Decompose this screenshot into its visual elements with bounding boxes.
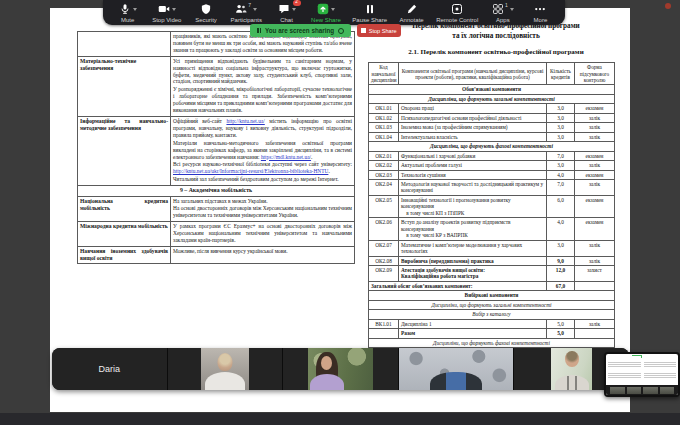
- table-cell: Дисципліни, що формують фахові компетент…: [369, 142, 615, 151]
- toolbar-apps-button[interactable]: 1Apps: [490, 3, 516, 23]
- chevron-down-icon[interactable]: [292, 8, 296, 11]
- components-table-row: ОК2.05Інноваційні технології і прогнозув…: [369, 195, 615, 217]
- video-tile-2[interactable]: [168, 348, 284, 390]
- left-table-row: Інформаційне та навчально-методичне забе…: [78, 116, 355, 185]
- row-label-cell: Навчання іноземних здобувачів вищої осві…: [78, 246, 171, 263]
- table-cell: ОК2.05: [369, 195, 399, 217]
- row-text-cell: На загальних підставах в межах України.Н…: [171, 196, 355, 222]
- components-table-row: ОК2.06Вступ до аналізу проектів розвитку…: [369, 218, 615, 240]
- people-icon: 7: [235, 3, 257, 16]
- components-table-row: ОК1.02Психологопедагогічні основи профес…: [369, 113, 615, 122]
- table-cell: 5,0: [547, 329, 575, 338]
- components-table-row: ОК2.07Математичне і комп’ютерне моделюва…: [369, 240, 615, 256]
- toolbar-label: Apps: [496, 17, 510, 23]
- participant-name: Daria: [99, 364, 121, 374]
- video-tile-4[interactable]: [399, 348, 515, 390]
- document-text: .: [311, 154, 312, 160]
- video-tile-daria[interactable]: Daria: [52, 348, 168, 390]
- toolbar-security-button[interactable]: Security: [193, 3, 219, 23]
- participant-video: [308, 348, 373, 390]
- left-table-row: Національна кредитна мобільністьНа загал…: [78, 196, 355, 222]
- table-cell: екзамен: [575, 151, 615, 160]
- toolbar-participants-button[interactable]: 7Participants: [231, 3, 262, 23]
- document-link[interactable]: https://mdl.kntu.net.ua/: [261, 154, 311, 160]
- document-link[interactable]: http://kntu.net.ua/ukr/Informacijni-resu…: [173, 168, 328, 174]
- video-tile-3[interactable]: [283, 348, 399, 390]
- table-cell: Обов’язкові компоненти: [369, 85, 615, 94]
- screen-sharing-banner[interactable]: You are screen sharing: [250, 24, 351, 37]
- section-subtitle: 2.1. Перелік компонент освітньо-професій…: [365, 48, 627, 56]
- table-cell: ВК1.01: [369, 319, 399, 328]
- apps-icon: 1: [492, 3, 514, 16]
- chevron-down-icon[interactable]: [253, 8, 257, 11]
- share-icon: [317, 3, 335, 16]
- table-cell: Дисципліни, що формують загальні компете…: [369, 94, 615, 103]
- toolbar-new-share-button[interactable]: New Share: [311, 3, 341, 23]
- chevron-down-icon[interactable]: [510, 8, 514, 11]
- document-text: .: [328, 168, 329, 174]
- document-text: Можливе, після вивчення курсу українсько…: [173, 248, 288, 254]
- stop-share-button[interactable]: Stop Share: [357, 24, 401, 37]
- participant-video: [399, 348, 514, 390]
- document-text: Всі ресурси науково-технічної бібліотеки…: [173, 161, 352, 167]
- toolbar-annotate-button[interactable]: Annotate: [399, 3, 425, 23]
- table-cell: залік: [575, 256, 615, 265]
- recording-indicator-dot: [665, 3, 671, 9]
- header-control-form: Форма підсумкового контролю: [575, 63, 615, 85]
- table-cell: 4,0: [547, 218, 575, 240]
- toolbar-stop-video-button[interactable]: Stop Video: [152, 3, 181, 23]
- row-text-cell: Офіційний веб-сайт http://kntu.net.ua/ м…: [171, 116, 355, 185]
- toolbar-label: Stop Video: [152, 17, 181, 23]
- table-cell: Психологопедагогічні основи професійної …: [399, 113, 547, 122]
- table-cell: ОК1.04: [369, 132, 399, 141]
- table-cell: 3,0: [547, 104, 575, 113]
- table-cell: 4,0: [547, 170, 575, 179]
- table-cell: ОК2.06: [369, 218, 399, 240]
- toolbar-remote-control-button[interactable]: Remote Control: [436, 3, 478, 23]
- table-cell: Вступ до аналізу проектів розвитку підпр…: [399, 218, 547, 240]
- mic-icon: [119, 3, 137, 16]
- table-cell: екзамен: [575, 170, 615, 179]
- document-link[interactable]: http://kntu.net.ua/: [226, 118, 264, 124]
- share-preview-thumbnail[interactable]: [604, 352, 680, 397]
- table-cell: екзамен: [575, 218, 615, 240]
- components-table-header: Код навчальної дисципліни Компоненти осв…: [369, 63, 615, 85]
- toolbar-label: Remote Control: [436, 17, 478, 23]
- participant-video: [201, 348, 249, 390]
- table-cell: ОК2.07: [369, 240, 399, 256]
- page-title-line2: та їх логічна послідовність: [365, 32, 627, 42]
- toolbar-label: Pause Share: [352, 17, 387, 23]
- table-cell: ОК2.04: [369, 180, 399, 196]
- components-table-row: Дисципліни, що формують загальні компете…: [369, 300, 615, 309]
- zoom-toolbar: MuteStop VideoSecurity7Participants2Chat…: [103, 0, 565, 25]
- table-cell: залік: [575, 180, 615, 196]
- toolbar-chat-button[interactable]: 2Chat: [274, 3, 300, 23]
- chevron-down-icon[interactable]: [331, 8, 335, 11]
- chevron-down-icon[interactable]: [172, 8, 176, 11]
- zoom-meeting-window: працівників, які мають освітню кваліфіка…: [0, 0, 680, 425]
- toolbar-more-button[interactable]: More: [527, 3, 553, 23]
- more-icon: [534, 3, 546, 16]
- table-cell: Охорона праці: [399, 104, 547, 113]
- chevron-down-icon[interactable]: [133, 8, 137, 11]
- table-cell: залік: [575, 113, 615, 122]
- row-label-cell: Міжнародна кредитна мобільність: [78, 222, 171, 247]
- table-cell: Методологія наукової творчості та дослід…: [399, 180, 547, 196]
- table-cell: 7,0: [547, 180, 575, 196]
- components-table-row: Разом5,0: [369, 329, 615, 338]
- shield-icon: [200, 3, 212, 16]
- participant-video: [551, 348, 592, 390]
- preview-document: [608, 356, 676, 384]
- document-text: У розпорядженні є хімічні, мікробіологіч…: [173, 86, 352, 113]
- table-cell: Дисципліна 1: [399, 319, 547, 328]
- left-table-row: Навчання іноземних здобувачів вищої осві…: [78, 246, 355, 263]
- toolbar-pause-share-button[interactable]: Pause Share: [352, 3, 387, 23]
- table-cell: 7,0: [547, 151, 575, 160]
- components-table-row: ОК2.03Технологія сушіння4,0екзамен: [369, 170, 615, 179]
- toolbar-mute-button[interactable]: Mute: [115, 3, 141, 23]
- pause-share-icon: [257, 28, 261, 33]
- table-cell: ОК1.03: [369, 123, 399, 132]
- toolbar-label: Mute: [121, 17, 134, 23]
- components-table-row: Вибіркові компоненти: [369, 291, 615, 300]
- table-cell: Дисципліни, що формують загальні компете…: [369, 300, 615, 309]
